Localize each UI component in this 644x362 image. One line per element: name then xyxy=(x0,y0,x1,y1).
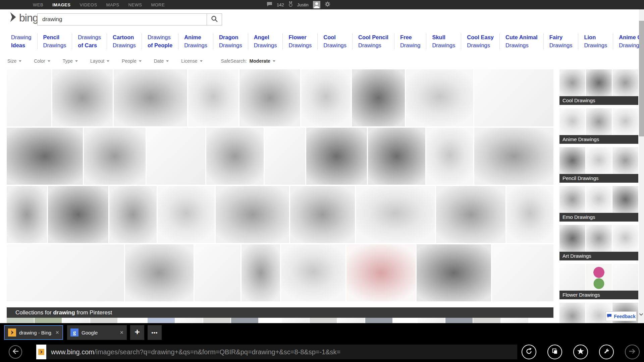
image-result[interactable] xyxy=(48,186,108,243)
sidebar-collection[interactable]: Pencil Drawings xyxy=(559,147,638,183)
search-input[interactable] xyxy=(38,14,207,25)
image-result[interactable] xyxy=(436,186,505,243)
image-result[interactable] xyxy=(241,244,280,301)
related-search-item[interactable]: CoolDrawings xyxy=(317,33,352,49)
related-search-item[interactable]: FairyDrawings xyxy=(543,33,578,49)
pinterest-thumb[interactable] xyxy=(501,318,528,323)
pinterest-thumb[interactable] xyxy=(203,318,230,323)
image-result[interactable] xyxy=(188,69,238,126)
filter-type[interactable]: Type xyxy=(63,58,78,64)
image-result[interactable] xyxy=(158,186,214,243)
more-tabs-button[interactable]: ••• xyxy=(148,325,162,340)
pinterest-thumb[interactable] xyxy=(7,318,34,323)
image-result[interactable] xyxy=(417,244,491,301)
top-nav-videos[interactable]: VIDEOS xyxy=(79,2,97,7)
scrollbar-thumb[interactable] xyxy=(639,21,644,136)
image-result[interactable] xyxy=(506,186,553,243)
pinterest-thumb[interactable] xyxy=(310,318,337,323)
related-search-item[interactable]: CartoonDrawings xyxy=(107,33,142,49)
related-search-item[interactable]: Drawingsof People xyxy=(142,33,178,49)
gear-icon[interactable] xyxy=(325,1,330,8)
pinterest-thumb[interactable] xyxy=(35,318,62,323)
image-result[interactable] xyxy=(125,244,193,301)
image-result[interactable] xyxy=(265,128,305,185)
related-search-item[interactable]: Cute AnimalDrawings xyxy=(499,33,543,49)
tabs-button[interactable] xyxy=(547,345,562,359)
image-result[interactable] xyxy=(7,244,124,301)
image-result[interactable] xyxy=(195,244,240,301)
pinterest-thumb[interactable] xyxy=(62,318,90,323)
safesearch-dropdown[interactable]: Moderate xyxy=(250,58,275,64)
image-result[interactable] xyxy=(356,186,435,243)
top-nav-more[interactable]: MORE xyxy=(151,2,165,7)
image-result[interactable] xyxy=(281,244,345,301)
top-nav-maps[interactable]: MAPS xyxy=(106,2,119,7)
top-nav-images[interactable]: IMAGES xyxy=(52,2,70,7)
related-search-item[interactable]: SkullDrawings xyxy=(426,33,461,49)
refresh-button[interactable] xyxy=(522,345,536,359)
image-result[interactable] xyxy=(84,128,146,185)
related-search-item[interactable]: DrawingIdeas xyxy=(11,33,37,49)
related-search-item[interactable]: FlowerDrawings xyxy=(282,33,317,49)
image-result[interactable] xyxy=(7,186,47,243)
pinterest-thumb[interactable] xyxy=(337,318,365,323)
messages-icon[interactable] xyxy=(267,2,272,8)
image-result[interactable] xyxy=(114,69,187,126)
sidebar-collection[interactable]: Art Drawings xyxy=(559,225,638,260)
related-search-item[interactable]: AngelDrawings xyxy=(248,33,283,49)
image-result[interactable] xyxy=(239,69,300,126)
pinterest-thumb[interactable] xyxy=(282,318,309,323)
back-button[interactable] xyxy=(9,345,22,359)
filter-color[interactable]: Color xyxy=(34,58,50,64)
related-search-item[interactable]: Drawingsof Cars xyxy=(72,33,107,49)
pinterest-thumb[interactable] xyxy=(90,318,117,323)
filter-date[interactable]: Date xyxy=(154,58,169,64)
image-result[interactable] xyxy=(147,128,205,185)
sidebar-collection[interactable]: Flower Drawings xyxy=(559,264,638,299)
pinterest-thumb[interactable] xyxy=(418,318,445,323)
tab-drawing-bing-[interactable]: drawing - Bing...× xyxy=(4,325,63,340)
related-search-item[interactable]: AnimeDrawings xyxy=(178,33,213,49)
new-tab-button[interactable]: + xyxy=(130,325,144,340)
pinterest-thumb[interactable] xyxy=(445,318,473,323)
forward-button[interactable] xyxy=(625,345,640,359)
image-result[interactable] xyxy=(301,69,351,126)
image-result[interactable] xyxy=(474,69,553,126)
filter-people[interactable]: People xyxy=(122,58,142,64)
pinterest-thumb[interactable] xyxy=(231,318,258,323)
sidebar-collection[interactable]: Emo Drawings xyxy=(559,186,638,222)
related-search-item[interactable]: LionDrawings xyxy=(578,33,613,49)
tab-google[interactable]: gGoogle× xyxy=(67,325,127,340)
image-result[interactable] xyxy=(352,69,405,126)
top-nav-web[interactable]: WEB xyxy=(33,2,43,7)
image-result[interactable] xyxy=(368,128,425,185)
filter-size[interactable]: Size xyxy=(7,58,21,64)
filter-layout[interactable]: Layout xyxy=(90,58,109,64)
related-search-item[interactable]: Cool PencilDrawings xyxy=(352,33,394,49)
related-search-item[interactable]: DragonDrawings xyxy=(213,33,248,49)
feedback-button[interactable]: Feedback xyxy=(606,311,637,321)
related-search-item[interactable]: PencilDrawings xyxy=(37,33,72,49)
image-result[interactable] xyxy=(406,69,473,126)
image-result[interactable] xyxy=(109,186,157,243)
username[interactable]: Justin xyxy=(297,2,309,7)
image-result[interactable] xyxy=(474,128,553,185)
related-search-item[interactable]: FreeDrawing xyxy=(394,33,426,49)
page-scrollbar[interactable] xyxy=(639,9,644,323)
image-result[interactable] xyxy=(306,128,367,185)
tools-button[interactable] xyxy=(599,345,614,359)
related-search-item[interactable]: Cool EasyDrawings xyxy=(461,33,499,49)
image-result[interactable] xyxy=(492,244,553,301)
avatar[interactable] xyxy=(313,1,320,8)
image-result[interactable] xyxy=(52,69,113,126)
bing-logo[interactable]: bing xyxy=(9,12,38,23)
scroll-down-icon[interactable] xyxy=(639,311,643,317)
sidebar-collection[interactable]: Cool Drawings xyxy=(559,69,638,105)
favorites-button[interactable] xyxy=(573,345,588,359)
image-result[interactable] xyxy=(7,69,51,126)
image-result[interactable] xyxy=(206,128,263,185)
image-result[interactable] xyxy=(346,244,416,301)
image-result[interactable] xyxy=(290,186,355,243)
tab-close-icon[interactable]: × xyxy=(55,329,59,336)
search-button[interactable] xyxy=(207,14,222,25)
